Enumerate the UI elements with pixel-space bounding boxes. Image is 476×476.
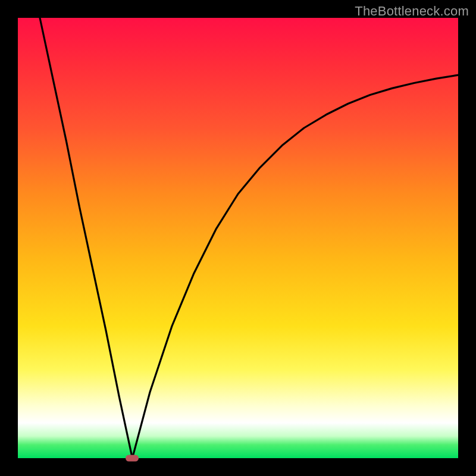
watermark-text: TheBottleneck.com: [355, 4, 469, 19]
chart-frame: TheBottleneck.com: [0, 0, 476, 476]
bottleneck-curve: [18, 18, 458, 458]
plot-area: [18, 18, 458, 458]
curve-path: [40, 18, 458, 458]
minimum-marker: [126, 455, 139, 462]
